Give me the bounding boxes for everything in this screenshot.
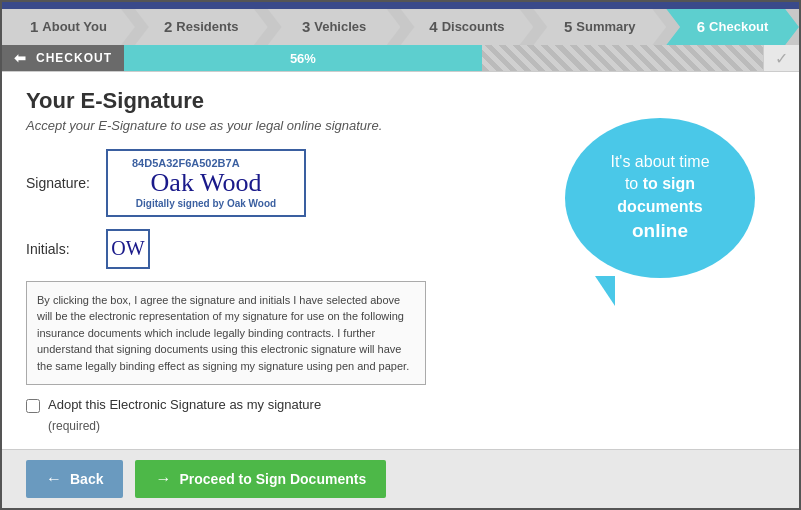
back-button[interactable]: ← Back: [26, 460, 123, 498]
step-label-1: About You: [42, 19, 107, 34]
left-panel: Your E-Signature Accept your E-Signature…: [26, 88, 535, 433]
breadcrumb-vehicles[interactable]: 3 Vehicles: [268, 9, 401, 46]
adopt-checkbox[interactable]: [26, 399, 40, 413]
step-label-5: Summary: [576, 19, 635, 34]
adopt-label: Adopt this Electronic Signature as my si…: [48, 397, 321, 412]
proceed-button[interactable]: → Proceed to Sign Documents: [135, 460, 386, 498]
page-title: Your E-Signature: [26, 88, 535, 114]
initials-label: Initials:: [26, 241, 96, 257]
back-arrow-icon: ←: [46, 470, 62, 488]
breadcrumb-checkout[interactable]: 6 Checkout: [666, 9, 799, 46]
adopt-row: Adopt this Electronic Signature as my si…: [26, 397, 535, 413]
progress-row: ⬅ CHECKOUT 56% ✓: [2, 45, 799, 72]
proceed-arrow-icon: →: [155, 470, 171, 488]
top-bar: [2, 2, 799, 9]
back-label: Back: [70, 471, 103, 487]
bottom-bar: ← Back → Proceed to Sign Documents: [2, 449, 799, 508]
legal-text: By clicking the box, I agree the signatu…: [37, 294, 409, 372]
proceed-label: Proceed to Sign Documents: [179, 471, 366, 487]
step-label-6: Checkout: [709, 19, 768, 34]
signature-digital: Digitally signed by Oak Wood: [136, 198, 276, 209]
step-num-2: 2: [164, 18, 172, 35]
signature-name: Oak Wood: [151, 169, 262, 198]
signature-box: 84D5A32F6A502B7A Oak Wood Digitally sign…: [106, 149, 306, 217]
step-num-3: 3: [302, 18, 310, 35]
breadcrumb-summary[interactable]: 5 Summary: [533, 9, 666, 46]
main-content: Your E-Signature Accept your E-Signature…: [2, 72, 799, 449]
breadcrumb-about-you[interactable]: 1 About You: [2, 9, 135, 46]
initials-box: OW: [106, 229, 150, 269]
step-num-1: 1: [30, 18, 38, 35]
step-num-4: 4: [429, 18, 437, 35]
step-label-2: Residents: [176, 19, 238, 34]
speech-text: It's about timeto to sign documentsonlin…: [585, 151, 735, 245]
initials-text: OW: [111, 237, 144, 260]
step-label-3: Vehicles: [314, 19, 366, 34]
signature-label: Signature:: [26, 175, 96, 191]
legal-text-box: By clicking the box, I agree the signatu…: [26, 281, 426, 386]
page-subtitle: Accept your E-Signature to use as your l…: [26, 118, 535, 133]
progress-bar-fill: 56%: [124, 45, 482, 71]
progress-bar-container: 56%: [124, 45, 763, 71]
progress-bar-stripe: [482, 45, 763, 71]
app-wrapper: 1 About You 2 Residents 3 Vehicles 4 Dis…: [0, 0, 801, 510]
signature-row: Signature: 84D5A32F6A502B7A Oak Wood Dig…: [26, 149, 535, 217]
checkmark-icon: ✓: [775, 49, 788, 68]
progress-percent: 56%: [290, 51, 316, 66]
breadcrumb-residents[interactable]: 2 Residents: [135, 9, 268, 46]
speech-bubble: It's about timeto to sign documentsonlin…: [565, 118, 755, 278]
step-num-5: 5: [564, 18, 572, 35]
initials-row: Initials: OW: [26, 229, 535, 269]
progress-label: ⬅ CHECKOUT: [2, 45, 124, 71]
step-label-4: Discounts: [442, 19, 505, 34]
progress-checkmark: ✓: [763, 45, 799, 71]
right-panel: It's about timeto to sign documentsonlin…: [555, 88, 775, 433]
breadcrumb-discounts[interactable]: 4 Discounts: [400, 9, 533, 46]
step-num-6: 6: [697, 18, 705, 35]
breadcrumb-nav: 1 About You 2 Residents 3 Vehicles 4 Dis…: [2, 9, 799, 46]
adopt-required: (required): [48, 419, 535, 433]
